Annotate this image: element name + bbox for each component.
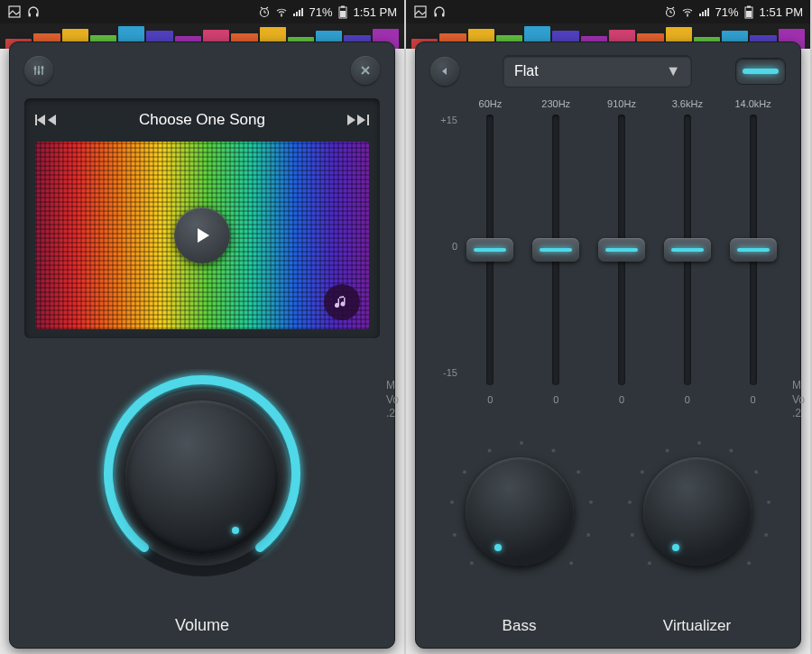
eq-value-label: 0 (751, 394, 756, 405)
svg-rect-0 (9, 6, 20, 17)
signal-icon (292, 5, 306, 19)
eq-value-label: 0 (487, 394, 493, 405)
eq-freq-label: 3.6kHz (672, 98, 703, 115)
svg-marker-25 (37, 115, 45, 125)
battery-text: 71% (309, 5, 333, 19)
eq-ytick-bot: -15 (430, 367, 457, 378)
svg-rect-10 (296, 12, 298, 16)
eq-slider-0[interactable] (486, 115, 494, 385)
spectrum-visualizer (35, 142, 369, 329)
eq-slider-4[interactable] (750, 115, 757, 385)
battery-icon (743, 5, 756, 19)
preset-select[interactable]: Flat ▼ (503, 55, 692, 88)
svg-point-19 (34, 68, 37, 70)
svg-point-21 (42, 67, 44, 69)
preset-name: Flat (514, 63, 539, 79)
prev-track-button[interactable] (35, 113, 57, 127)
status-bar: 71% 1:51 PM (406, 0, 810, 23)
eq-value-label: 0 (685, 394, 690, 405)
wifi-icon (275, 5, 289, 19)
virtualizer-knob[interactable] (643, 457, 752, 566)
volume-knob[interactable] (94, 369, 310, 585)
image-icon (7, 5, 21, 19)
eq-slider-2[interactable] (618, 115, 625, 385)
svg-marker-27 (347, 115, 355, 125)
svg-rect-2 (36, 14, 39, 17)
svg-rect-24 (35, 115, 37, 125)
svg-line-38 (667, 7, 669, 9)
eq-sliders-icon[interactable] (24, 56, 53, 85)
headphones-icon (26, 5, 40, 19)
svg-point-8 (281, 15, 282, 17)
eq-slider-3[interactable] (684, 115, 691, 385)
track-title: Choose One Song (139, 111, 265, 129)
eq-ytick-mid: 0 (430, 241, 457, 252)
bass-label: Bass (430, 617, 608, 640)
svg-rect-44 (707, 8, 709, 16)
virtualizer-label: Virtualizer (608, 617, 786, 640)
bg-text: MVo.2 (792, 379, 810, 421)
back-button[interactable] (430, 57, 459, 86)
svg-rect-15 (340, 11, 346, 17)
clock-text: 1:51 PM (760, 5, 803, 19)
svg-rect-32 (415, 6, 426, 17)
svg-rect-42 (702, 12, 704, 16)
alarm-icon (664, 5, 678, 19)
equalizer-panel: Flat ▼ +15 0 -15 60Hz 0 230Hz 0 910Hz 0 … (415, 41, 801, 649)
svg-line-39 (672, 7, 674, 9)
eq-ytick-top: +15 (430, 115, 457, 125)
svg-rect-47 (746, 11, 752, 17)
battery-text: 71% (715, 5, 739, 19)
svg-marker-30 (198, 228, 209, 243)
eq-slider-1[interactable] (552, 115, 559, 385)
eq-freq-label: 14.0kHz (734, 98, 770, 115)
play-button[interactable] (174, 207, 230, 263)
svg-rect-14 (341, 5, 345, 7)
svg-rect-41 (699, 14, 701, 16)
eq-freq-label: 230Hz (541, 98, 570, 115)
svg-marker-28 (357, 115, 365, 125)
alarm-icon (258, 5, 272, 19)
svg-rect-33 (434, 14, 437, 17)
clock-text: 1:51 PM (354, 5, 397, 19)
signal-icon (698, 5, 712, 19)
next-track-button[interactable] (347, 113, 369, 127)
music-library-button[interactable] (324, 284, 360, 320)
eq-value-label: 0 (619, 394, 624, 405)
eq-toggle[interactable] (735, 58, 786, 85)
bass-knob[interactable] (466, 457, 574, 566)
eq-freq-label: 60Hz (479, 98, 503, 115)
svg-marker-48 (442, 68, 447, 75)
close-button[interactable] (351, 56, 380, 85)
svg-rect-12 (301, 8, 303, 16)
eq-area: +15 0 -15 60Hz 0 230Hz 0 910Hz 0 3.6kHz … (430, 98, 786, 405)
svg-rect-29 (367, 115, 369, 125)
eq-freq-label: 910Hz (607, 98, 636, 115)
track-box: Choose One Song (24, 98, 380, 338)
svg-rect-1 (28, 14, 31, 17)
wifi-icon (681, 5, 695, 19)
svg-point-20 (38, 71, 41, 74)
svg-rect-9 (293, 14, 295, 16)
bg-text: MVo.2 (386, 379, 404, 421)
svg-line-6 (261, 7, 263, 9)
svg-rect-46 (747, 5, 751, 7)
svg-marker-26 (48, 115, 56, 125)
volume-label: Volume (24, 616, 380, 640)
eq-value-label: 0 (553, 394, 558, 405)
svg-rect-34 (442, 14, 445, 17)
svg-point-40 (687, 15, 688, 17)
image-icon (413, 5, 427, 19)
svg-rect-43 (705, 10, 706, 16)
headphones-icon (432, 5, 446, 19)
svg-line-7 (266, 7, 268, 9)
battery-icon (337, 5, 350, 19)
svg-rect-11 (299, 10, 300, 16)
status-bar: 71% 1:51 PM (0, 0, 404, 23)
chevron-down-icon: ▼ (666, 63, 680, 79)
player-panel: Choose One Song (9, 41, 395, 649)
